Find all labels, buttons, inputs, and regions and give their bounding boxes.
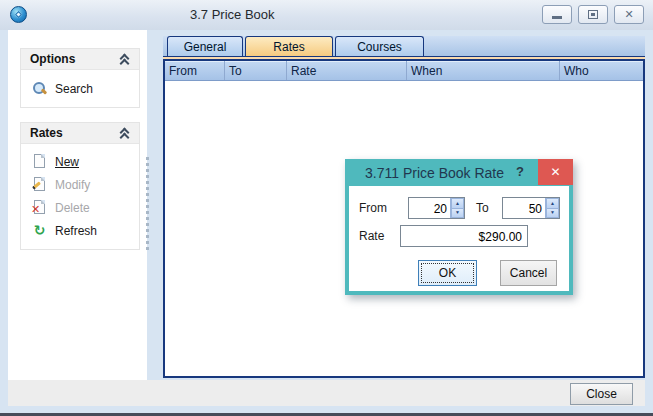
- new-document-icon: [32, 154, 47, 169]
- options-panel-header[interactable]: Options: [21, 49, 139, 70]
- tab-strip: General Rates Courses: [163, 36, 645, 57]
- close-button[interactable]: Close: [570, 383, 633, 405]
- rates-panel: Rates New Modify ✕ Delete ↻ Refresh: [20, 122, 140, 250]
- sidebar-item-delete[interactable]: ✕ Delete: [21, 196, 139, 219]
- column-header-when[interactable]: When: [407, 61, 560, 80]
- close-icon: ✕: [624, 9, 633, 20]
- options-panel: Options Search: [20, 48, 140, 108]
- from-value[interactable]: 20: [409, 198, 450, 218]
- options-panel-title: Options: [30, 52, 119, 66]
- tab-general[interactable]: General: [167, 36, 243, 56]
- delete-icon: ✕: [32, 200, 47, 215]
- column-header-to[interactable]: To: [225, 61, 287, 80]
- search-icon: [32, 81, 47, 96]
- tab-rates[interactable]: Rates: [245, 36, 333, 56]
- title-bar: 3.7 Price Book ✕: [0, 0, 653, 30]
- rates-panel-title: Rates: [30, 126, 119, 140]
- close-window-button[interactable]: ✕: [614, 5, 644, 24]
- price-book-window: 3.7 Price Book ✕ Options Search Rates: [0, 0, 653, 416]
- from-spinner[interactable]: 20 ▲ ▼: [408, 197, 465, 219]
- to-spin-down-button[interactable]: ▼: [546, 209, 559, 219]
- table-header-row: From To Rate When Who: [165, 61, 643, 81]
- price-book-rate-dialog: 3.711 Price Book Rate ? ✕ From 20 ▲ ▼ To…: [345, 159, 573, 295]
- refresh-icon: ↻: [32, 223, 47, 238]
- window-title: 3.7 Price Book: [190, 7, 275, 22]
- sidebar-item-search[interactable]: Search: [21, 77, 139, 100]
- dialog-title: 3.711 Price Book Rate: [365, 165, 504, 181]
- cancel-button[interactable]: Cancel: [500, 260, 557, 286]
- from-spin-down-button[interactable]: ▼: [451, 209, 464, 219]
- close-icon: ✕: [550, 165, 560, 179]
- rates-panel-header[interactable]: Rates: [21, 123, 139, 144]
- maximize-icon: [588, 10, 598, 19]
- sidebar-item-modify[interactable]: Modify: [21, 173, 139, 196]
- minimize-icon: [552, 16, 562, 19]
- footer-bar: [8, 380, 645, 406]
- sidebar-item-refresh[interactable]: ↻ Refresh: [21, 219, 139, 242]
- from-spin-up-button[interactable]: ▲: [451, 198, 464, 209]
- sidebar-splitter[interactable]: [146, 157, 149, 250]
- rate-label: Rate: [359, 229, 384, 243]
- window-controls: ✕: [542, 5, 644, 24]
- modify-icon: [32, 177, 47, 192]
- dialog-body: From 20 ▲ ▼ To 50 ▲ ▼ Rate $290.00 OK Ca…: [349, 186, 569, 291]
- from-label: From: [359, 201, 387, 215]
- tab-courses[interactable]: Courses: [335, 36, 424, 56]
- rate-field[interactable]: $290.00: [400, 225, 528, 247]
- to-spin-up-button[interactable]: ▲: [546, 198, 559, 209]
- ok-button[interactable]: OK: [418, 260, 477, 286]
- to-label: To: [476, 201, 489, 215]
- minimize-button[interactable]: [542, 5, 572, 24]
- column-header-rate[interactable]: Rate: [287, 61, 407, 80]
- to-value[interactable]: 50: [503, 198, 545, 218]
- collapse-chevron-icon[interactable]: [119, 128, 130, 139]
- sidebar-item-new[interactable]: New: [21, 150, 139, 173]
- collapse-chevron-icon[interactable]: [119, 54, 130, 65]
- column-header-from[interactable]: From: [165, 61, 225, 80]
- maximize-button[interactable]: [578, 5, 608, 24]
- app-icon: [10, 6, 27, 23]
- to-spinner[interactable]: 50 ▲ ▼: [502, 197, 560, 219]
- help-button[interactable]: ?: [516, 164, 524, 179]
- column-header-who[interactable]: Who: [560, 61, 643, 80]
- dialog-close-button[interactable]: ✕: [538, 159, 573, 185]
